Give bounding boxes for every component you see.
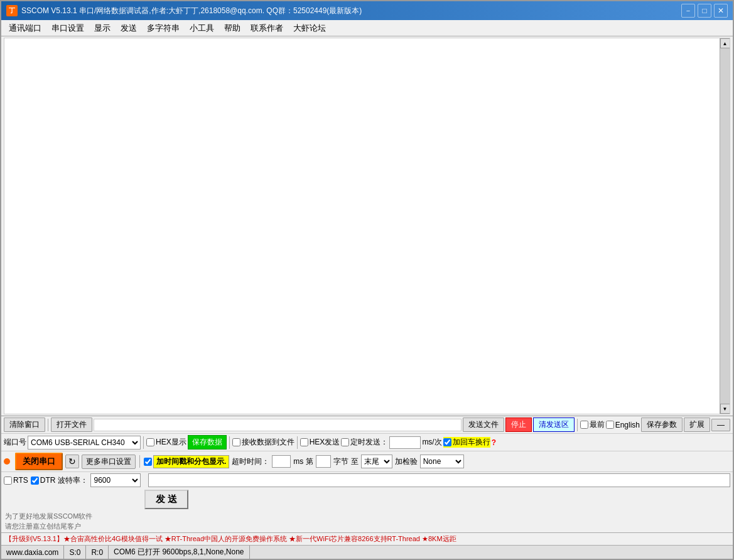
timed-send-label[interactable]: 定时发送： bbox=[341, 437, 388, 448]
website-status: www.daxia.com bbox=[1, 546, 64, 559]
promo-line1: 为了更好地发展SSCOM软件 bbox=[5, 512, 729, 521]
hex-send-checkbox[interactable] bbox=[300, 438, 308, 446]
timed-interval-input[interactable]: 1000 bbox=[389, 436, 421, 449]
send-button[interactable]: 发 送 bbox=[144, 490, 188, 509]
add-crlf-checkbox[interactable] bbox=[443, 438, 451, 446]
timeout-input[interactable]: 20 bbox=[272, 455, 291, 468]
clear-window-button[interactable]: 清除窗口 bbox=[4, 417, 45, 432]
file-path-input[interactable] bbox=[94, 419, 461, 431]
title-bar: 丁 SSCOM V5.13.1 串口/网络数据调试器,作者:大虾丁丁,26180… bbox=[1, 1, 733, 20]
status-bar: www.daxia.com S:0 R:0 COM6 已打开 9600bps,8… bbox=[1, 545, 733, 559]
vertical-scrollbar[interactable]: ▲ ▼ bbox=[720, 38, 730, 414]
menu-forum[interactable]: 大虾论坛 bbox=[288, 21, 331, 35]
hex-display-label[interactable]: HEX显示 bbox=[146, 437, 186, 448]
ticker-text: 【升级到V5.13.1】★合宙高性价比4G模块值得一试 ★RT-Thread中国… bbox=[5, 535, 456, 542]
timed-send-checkbox[interactable] bbox=[341, 438, 349, 446]
maximize-button[interactable]: □ bbox=[698, 4, 711, 18]
timestamp-text: 加时间戳和分包显示. bbox=[153, 455, 229, 468]
title-bar-controls: － □ ✕ bbox=[681, 4, 728, 18]
menu-serial-settings[interactable]: 串口设置 bbox=[46, 21, 89, 35]
separator-2 bbox=[577, 419, 578, 431]
refresh-button[interactable]: ↻ bbox=[65, 455, 79, 468]
menu-tools[interactable]: 小工具 bbox=[185, 21, 219, 35]
send-file-button[interactable]: 发送文件 bbox=[463, 417, 504, 432]
collapse-button[interactable]: — bbox=[711, 419, 730, 431]
toolbar-row-2: 端口号 COM6 USB-SERIAL CH340 HEX显示 保存数据 接收数… bbox=[1, 434, 733, 451]
open-file-button[interactable]: 打开文件 bbox=[51, 417, 92, 432]
topmost-checkbox[interactable] bbox=[580, 421, 588, 429]
scroll-up-button[interactable]: ▲ bbox=[720, 38, 730, 48]
send-input[interactable]: abcdefg bbox=[148, 473, 730, 487]
separator-1 bbox=[48, 419, 48, 431]
rts-label[interactable]: RTS bbox=[4, 476, 28, 485]
checksum-select[interactable]: None bbox=[420, 455, 464, 468]
topmost-checkbox-label[interactable]: 最前 bbox=[580, 419, 605, 430]
recv-to-file-label[interactable]: 接收数据到文件 bbox=[232, 437, 294, 448]
app-icon: 丁 bbox=[6, 5, 18, 16]
recv-to-file-checkbox[interactable] bbox=[232, 438, 240, 446]
save-params-button[interactable]: 保存参数 bbox=[641, 417, 683, 432]
timeout-label: 超时时间： bbox=[232, 456, 269, 467]
hex-display-checkbox[interactable] bbox=[146, 438, 154, 446]
port-label: 端口号 bbox=[4, 437, 26, 448]
ms-label2: ms bbox=[293, 457, 303, 466]
dtr-checkbox[interactable] bbox=[31, 477, 39, 485]
separator-3 bbox=[143, 436, 144, 449]
promo-area: 为了更好地发展SSCOM软件 请您注册嘉立创结尾客户 bbox=[1, 510, 733, 532]
connection-indicator bbox=[4, 458, 10, 465]
timestamp-checkbox[interactable] bbox=[144, 458, 152, 466]
nth-label: 第 bbox=[306, 456, 313, 467]
ms-per-label: ms/次 bbox=[422, 437, 441, 448]
dtr-label[interactable]: DTR bbox=[31, 476, 56, 485]
toolbar-row-3: 关闭串口 ↻ 更多串口设置 加时间戳和分包显示. 超时时间： 20 ms 第 1… bbox=[1, 451, 733, 472]
main-display-area: ▲ ▼ bbox=[4, 38, 730, 414]
clear-send-area-button[interactable]: 清发送区 bbox=[533, 417, 575, 432]
toolbar-row-4: RTS DTR 波特率： 9600 abcdefg bbox=[1, 472, 733, 488]
bottom-panel: 清除窗口 打开文件 发送文件 停止 清发送区 最前 English 保存参数 扩… bbox=[1, 416, 733, 559]
separator-6 bbox=[139, 455, 140, 468]
main-window: 丁 SSCOM V5.13.1 串口/网络数据调试器,作者:大虾丁丁,26180… bbox=[0, 0, 734, 560]
end-select[interactable]: 末尾 bbox=[361, 455, 392, 468]
ticker-bar: 【升级到V5.13.1】★合宙高性价比4G模块值得一试 ★RT-Thread中国… bbox=[1, 532, 733, 545]
close-port-button[interactable]: 关闭串口 bbox=[15, 453, 63, 470]
menu-send[interactable]: 发送 bbox=[116, 21, 142, 35]
menu-contact[interactable]: 联系作者 bbox=[246, 21, 288, 35]
expand-button[interactable]: 扩展 bbox=[684, 417, 710, 432]
scroll-down-button[interactable]: ▼ bbox=[720, 404, 730, 414]
timestamp-label-container[interactable]: 加时间戳和分包显示. bbox=[144, 455, 229, 468]
menu-display[interactable]: 显示 bbox=[89, 21, 116, 35]
minimize-button[interactable]: － bbox=[681, 4, 695, 18]
menu-multistring[interactable]: 多字符串 bbox=[142, 21, 185, 35]
menu-comm-port[interactable]: 通讯端口 bbox=[4, 21, 46, 35]
add-crlf-label[interactable]: 加回车换行 bbox=[443, 437, 490, 448]
separator-4 bbox=[229, 436, 230, 449]
save-data-button[interactable]: 保存数据 bbox=[188, 435, 227, 450]
scroll-track[interactable] bbox=[720, 48, 730, 404]
english-checkbox-label[interactable]: English bbox=[606, 421, 640, 429]
title-bar-left: 丁 SSCOM V5.13.1 串口/网络数据调试器,作者:大虾丁丁,26180… bbox=[6, 5, 362, 16]
send-row: 发 送 bbox=[1, 488, 733, 510]
nth-byte-input[interactable]: 1 bbox=[316, 455, 331, 468]
question-mark[interactable]: ? bbox=[492, 438, 496, 447]
more-settings-button[interactable]: 更多串口设置 bbox=[82, 455, 136, 469]
port-status: COM6 已打开 9600bps,8,1,None,None bbox=[109, 546, 249, 559]
byte-label: 字节 至 bbox=[333, 456, 358, 467]
baud-label: 波特率： bbox=[58, 475, 88, 486]
port-select[interactable]: COM6 USB-SERIAL CH340 bbox=[28, 436, 141, 450]
checksum-label: 加检验 bbox=[395, 456, 418, 467]
separator-5 bbox=[297, 436, 298, 449]
r-count-status: R:0 bbox=[86, 546, 109, 559]
menu-bar: 通讯端口 串口设置 显示 发送 多字符串 小工具 帮助 联系作者 大虾论坛 bbox=[1, 20, 733, 36]
rts-checkbox[interactable] bbox=[4, 477, 12, 485]
english-checkbox[interactable] bbox=[606, 421, 614, 429]
menu-help[interactable]: 帮助 bbox=[219, 21, 246, 35]
promo-line2: 请您注册嘉立创结尾客户 bbox=[5, 522, 729, 531]
stop-button[interactable]: 停止 bbox=[505, 417, 532, 432]
close-button[interactable]: ✕ bbox=[714, 4, 728, 18]
s-count-status: S:0 bbox=[64, 546, 86, 559]
toolbar-row-1: 清除窗口 打开文件 发送文件 停止 清发送区 最前 English 保存参数 扩… bbox=[1, 416, 733, 434]
hex-send-label[interactable]: HEX发送 bbox=[300, 437, 340, 448]
baud-select[interactable]: 9600 bbox=[90, 473, 141, 487]
send-area-container: abcdefg bbox=[143, 473, 730, 487]
window-title: SSCOM V5.13.1 串口/网络数据调试器,作者:大虾丁丁,2618058… bbox=[21, 6, 362, 16]
